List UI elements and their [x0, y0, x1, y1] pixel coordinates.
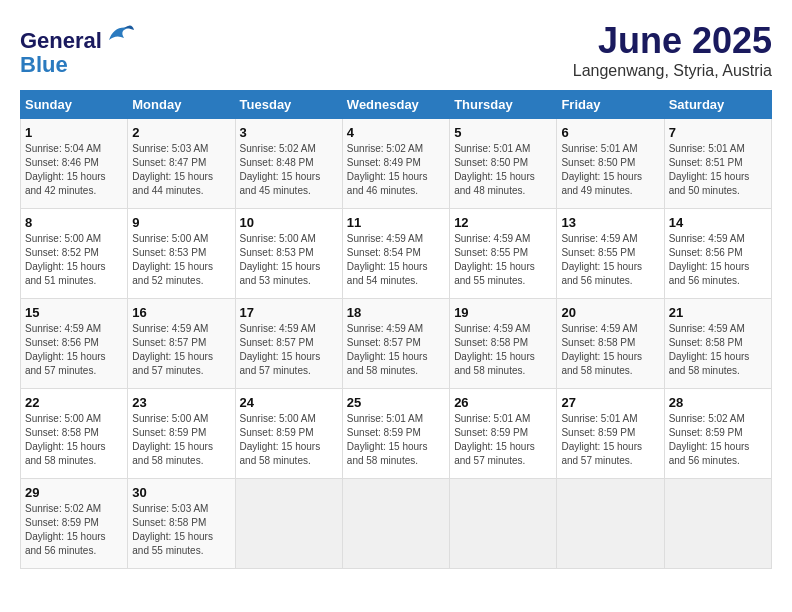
day-number: 21 [669, 305, 767, 320]
day-info: Sunrise: 5:00 AMSunset: 8:59 PMDaylight:… [132, 412, 230, 468]
calendar-cell-4-3: 24 Sunrise: 5:00 AMSunset: 8:59 PMDaylig… [235, 389, 342, 479]
calendar-cell-4-7: 28 Sunrise: 5:02 AMSunset: 8:59 PMDaylig… [664, 389, 771, 479]
header-monday: Monday [128, 91, 235, 119]
day-info: Sunrise: 5:02 AMSunset: 8:48 PMDaylight:… [240, 142, 338, 198]
day-number: 18 [347, 305, 445, 320]
day-number: 28 [669, 395, 767, 410]
calendar-cell-5-5 [450, 479, 557, 569]
day-info: Sunrise: 4:59 AMSunset: 8:55 PMDaylight:… [454, 232, 552, 288]
month-title: June 2025 [573, 20, 772, 62]
logo-blue-text: Blue [20, 53, 134, 77]
header-saturday: Saturday [664, 91, 771, 119]
calendar-cell-2-2: 9 Sunrise: 5:00 AMSunset: 8:53 PMDayligh… [128, 209, 235, 299]
logo: General Blue [20, 20, 134, 77]
calendar-cell-4-2: 23 Sunrise: 5:00 AMSunset: 8:59 PMDaylig… [128, 389, 235, 479]
day-number: 12 [454, 215, 552, 230]
day-info: Sunrise: 5:00 AMSunset: 8:52 PMDaylight:… [25, 232, 123, 288]
day-info: Sunrise: 5:04 AMSunset: 8:46 PMDaylight:… [25, 142, 123, 198]
header-friday: Friday [557, 91, 664, 119]
logo-bird-icon [104, 20, 134, 48]
day-info: Sunrise: 5:02 AMSunset: 8:59 PMDaylight:… [25, 502, 123, 558]
day-info: Sunrise: 4:59 AMSunset: 8:57 PMDaylight:… [240, 322, 338, 378]
day-number: 10 [240, 215, 338, 230]
calendar-cell-1-6: 6 Sunrise: 5:01 AMSunset: 8:50 PMDayligh… [557, 119, 664, 209]
calendar-cell-1-2: 2 Sunrise: 5:03 AMSunset: 8:47 PMDayligh… [128, 119, 235, 209]
calendar-row-4: 22 Sunrise: 5:00 AMSunset: 8:58 PMDaylig… [21, 389, 772, 479]
day-info: Sunrise: 5:00 AMSunset: 8:58 PMDaylight:… [25, 412, 123, 468]
calendar-cell-2-5: 12 Sunrise: 4:59 AMSunset: 8:55 PMDaylig… [450, 209, 557, 299]
day-info: Sunrise: 5:01 AMSunset: 8:59 PMDaylight:… [454, 412, 552, 468]
day-info: Sunrise: 5:01 AMSunset: 8:50 PMDaylight:… [454, 142, 552, 198]
day-number: 7 [669, 125, 767, 140]
day-number: 2 [132, 125, 230, 140]
day-number: 5 [454, 125, 552, 140]
day-number: 4 [347, 125, 445, 140]
day-number: 23 [132, 395, 230, 410]
location-title: Langenwang, Styria, Austria [573, 62, 772, 80]
day-info: Sunrise: 4:59 AMSunset: 8:58 PMDaylight:… [454, 322, 552, 378]
day-number: 27 [561, 395, 659, 410]
calendar-cell-4-5: 26 Sunrise: 5:01 AMSunset: 8:59 PMDaylig… [450, 389, 557, 479]
calendar-cell-3-2: 16 Sunrise: 4:59 AMSunset: 8:57 PMDaylig… [128, 299, 235, 389]
day-info: Sunrise: 5:00 AMSunset: 8:53 PMDaylight:… [132, 232, 230, 288]
calendar-cell-5-1: 29 Sunrise: 5:02 AMSunset: 8:59 PMDaylig… [21, 479, 128, 569]
calendar-cell-5-3 [235, 479, 342, 569]
header-thursday: Thursday [450, 91, 557, 119]
day-number: 9 [132, 215, 230, 230]
day-info: Sunrise: 5:01 AMSunset: 8:50 PMDaylight:… [561, 142, 659, 198]
day-number: 24 [240, 395, 338, 410]
header-wednesday: Wednesday [342, 91, 449, 119]
calendar-cell-1-4: 4 Sunrise: 5:02 AMSunset: 8:49 PMDayligh… [342, 119, 449, 209]
calendar-cell-2-3: 10 Sunrise: 5:00 AMSunset: 8:53 PMDaylig… [235, 209, 342, 299]
calendar-cell-5-2: 30 Sunrise: 5:03 AMSunset: 8:58 PMDaylig… [128, 479, 235, 569]
calendar-cell-1-7: 7 Sunrise: 5:01 AMSunset: 8:51 PMDayligh… [664, 119, 771, 209]
calendar-cell-3-1: 15 Sunrise: 4:59 AMSunset: 8:56 PMDaylig… [21, 299, 128, 389]
day-number: 1 [25, 125, 123, 140]
day-info: Sunrise: 5:00 AMSunset: 8:59 PMDaylight:… [240, 412, 338, 468]
calendar-cell-1-5: 5 Sunrise: 5:01 AMSunset: 8:50 PMDayligh… [450, 119, 557, 209]
calendar-cell-1-3: 3 Sunrise: 5:02 AMSunset: 8:48 PMDayligh… [235, 119, 342, 209]
calendar-row-5: 29 Sunrise: 5:02 AMSunset: 8:59 PMDaylig… [21, 479, 772, 569]
calendar-cell-3-7: 21 Sunrise: 4:59 AMSunset: 8:58 PMDaylig… [664, 299, 771, 389]
calendar-row-3: 15 Sunrise: 4:59 AMSunset: 8:56 PMDaylig… [21, 299, 772, 389]
day-number: 19 [454, 305, 552, 320]
day-number: 20 [561, 305, 659, 320]
day-info: Sunrise: 4:59 AMSunset: 8:54 PMDaylight:… [347, 232, 445, 288]
day-info: Sunrise: 5:02 AMSunset: 8:49 PMDaylight:… [347, 142, 445, 198]
day-number: 17 [240, 305, 338, 320]
day-number: 13 [561, 215, 659, 230]
calendar-row-1: 1 Sunrise: 5:04 AMSunset: 8:46 PMDayligh… [21, 119, 772, 209]
calendar-cell-3-4: 18 Sunrise: 4:59 AMSunset: 8:57 PMDaylig… [342, 299, 449, 389]
day-number: 15 [25, 305, 123, 320]
calendar-cell-5-4 [342, 479, 449, 569]
calendar-cell-4-4: 25 Sunrise: 5:01 AMSunset: 8:59 PMDaylig… [342, 389, 449, 479]
day-info: Sunrise: 4:59 AMSunset: 8:58 PMDaylight:… [669, 322, 767, 378]
day-info: Sunrise: 4:59 AMSunset: 8:56 PMDaylight:… [25, 322, 123, 378]
day-info: Sunrise: 5:02 AMSunset: 8:59 PMDaylight:… [669, 412, 767, 468]
day-number: 3 [240, 125, 338, 140]
calendar-cell-4-6: 27 Sunrise: 5:01 AMSunset: 8:59 PMDaylig… [557, 389, 664, 479]
calendar-cell-4-1: 22 Sunrise: 5:00 AMSunset: 8:58 PMDaylig… [21, 389, 128, 479]
day-number: 16 [132, 305, 230, 320]
day-number: 22 [25, 395, 123, 410]
calendar-cell-2-6: 13 Sunrise: 4:59 AMSunset: 8:55 PMDaylig… [557, 209, 664, 299]
day-number: 29 [25, 485, 123, 500]
page-header: General Blue June 2025 Langenwang, Styri… [20, 20, 772, 80]
day-info: Sunrise: 4:59 AMSunset: 8:57 PMDaylight:… [347, 322, 445, 378]
day-info: Sunrise: 4:59 AMSunset: 8:57 PMDaylight:… [132, 322, 230, 378]
logo-text: General [20, 20, 134, 53]
day-info: Sunrise: 5:01 AMSunset: 8:59 PMDaylight:… [347, 412, 445, 468]
day-info: Sunrise: 5:01 AMSunset: 8:51 PMDaylight:… [669, 142, 767, 198]
calendar-cell-5-6 [557, 479, 664, 569]
day-info: Sunrise: 5:03 AMSunset: 8:47 PMDaylight:… [132, 142, 230, 198]
calendar-row-2: 8 Sunrise: 5:00 AMSunset: 8:52 PMDayligh… [21, 209, 772, 299]
day-number: 11 [347, 215, 445, 230]
header-tuesday: Tuesday [235, 91, 342, 119]
day-info: Sunrise: 5:00 AMSunset: 8:53 PMDaylight:… [240, 232, 338, 288]
day-number: 8 [25, 215, 123, 230]
day-info: Sunrise: 4:59 AMSunset: 8:55 PMDaylight:… [561, 232, 659, 288]
calendar-cell-5-7 [664, 479, 771, 569]
calendar-cell-3-5: 19 Sunrise: 4:59 AMSunset: 8:58 PMDaylig… [450, 299, 557, 389]
weekday-header-row: Sunday Monday Tuesday Wednesday Thursday… [21, 91, 772, 119]
calendar-table: Sunday Monday Tuesday Wednesday Thursday… [20, 90, 772, 569]
